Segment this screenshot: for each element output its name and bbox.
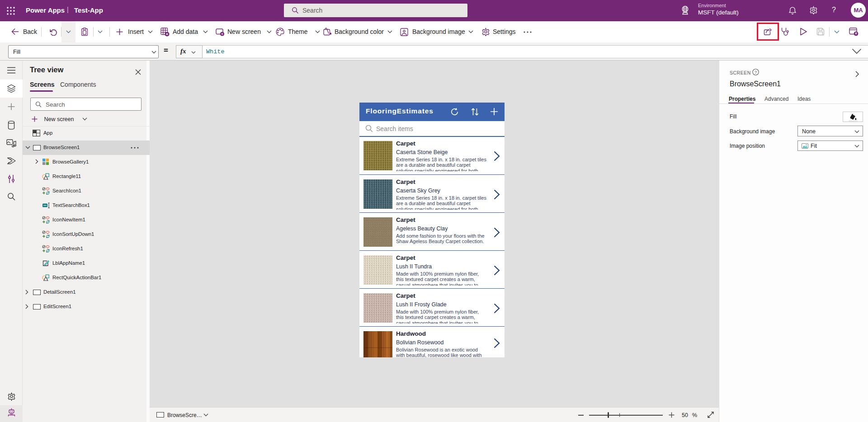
svg-text:?: ? bbox=[755, 70, 757, 75]
